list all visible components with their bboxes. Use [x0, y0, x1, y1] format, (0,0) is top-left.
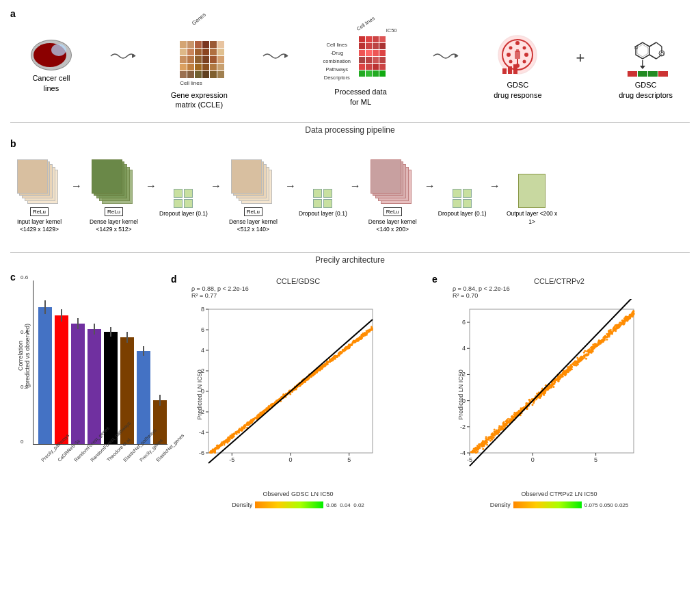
- svg-text:6: 6: [201, 326, 204, 333]
- cancer-cell-lines-item: Cancer cell lines: [27, 40, 75, 93]
- dense-rect-1: [92, 159, 122, 194]
- nn-arrow-2: →: [146, 180, 157, 192]
- svg-point-11: [507, 53, 511, 57]
- svg-point-1431: [585, 358, 587, 360]
- svg-point-1573: [512, 416, 514, 418]
- svg-text:8: 8: [201, 306, 204, 313]
- svg-point-1517: [602, 340, 604, 342]
- dropout-2-caption: Dropout layer (0.1): [299, 210, 347, 218]
- svg-point-1644: [476, 450, 479, 452]
- panel-e-title-container: CCLE/CTRPv2 ρ = 0.84, p < 2.2e-16 R² = 0…: [432, 277, 686, 299]
- dropout-1-block: Dropout layer (0.1): [159, 178, 208, 218]
- svg-marker-20: [637, 44, 648, 57]
- panel-d-title-container: CCLE/GDSC ρ = 0.88, p < 2.2e-16 R² = 0.7…: [171, 277, 425, 299]
- gene-expression-caption: Gene expressionmatrix (CCLE): [171, 90, 228, 110]
- precily-arch-label: Precily architecture: [10, 253, 690, 267]
- svg-point-754: [367, 330, 369, 332]
- dense-layer-3-caption: Dense layer kernel <140 x 200>: [364, 218, 422, 233]
- panel-d-x-label: Observed GDSC LN IC50: [171, 491, 425, 497]
- svg-point-1649: [539, 397, 541, 399]
- panel-a: a Cancer cell lines: [10, 7, 690, 123]
- svg-text:5: 5: [347, 456, 351, 463]
- svg-point-1383: [592, 348, 594, 350]
- panel-e-scatter-container: Predicted LN IC50 -505-4-20246: [432, 299, 686, 491]
- svg-point-1354: [591, 346, 593, 348]
- x-axis-labels: Precily_pathwaysCaDRReS-ScRandomForest_g…: [21, 447, 167, 452]
- svg-point-799: [354, 341, 356, 343]
- panel-d-y-label: Predicted LN IC50: [196, 369, 203, 420]
- svg-text:6: 6: [462, 319, 466, 326]
- panel-d-stats: ρ = 0.88, p < 2.2e-16 R² = 0.77: [171, 285, 425, 299]
- svg-point-766: [338, 354, 340, 356]
- panel-b-content: ReLu Input layer kernel <1429 x 1429> → …: [10, 153, 690, 233]
- bar-chart-wrapper: 0 0.2 0.4 0.6 Precily_pathwaysCaDRReS-Sc…: [21, 281, 167, 452]
- svg-point-1575: [564, 373, 566, 375]
- x-label-5: ElasticNet_pathways: [122, 447, 137, 462]
- panel-c: c Correlation(predicted vs observed) 0 0…: [10, 270, 167, 561]
- x-label-2: RandomForest_genes: [73, 447, 88, 462]
- panel-d-title: CCLE/GDSC: [171, 277, 425, 285]
- svg-point-835: [361, 334, 363, 336]
- svg-text:-6: -6: [199, 449, 204, 456]
- panel-b-label: b: [10, 138, 16, 149]
- svg-point-719: [308, 377, 310, 379]
- svg-point-730: [340, 351, 342, 353]
- svg-point-6: [522, 47, 526, 50]
- svg-point-12: [509, 47, 512, 50]
- svg-text:O: O: [660, 51, 664, 56]
- svg-point-1558: [481, 445, 483, 447]
- svg-point-742: [262, 410, 265, 413]
- output-layer-rect: [518, 174, 546, 208]
- output-layer-caption: Output layer <200 x 1>: [503, 210, 561, 225]
- panels-bottom: c Correlation(predicted vs observed) 0 0…: [10, 267, 690, 561]
- svg-point-814: [272, 403, 274, 405]
- svg-text:4: 4: [462, 345, 466, 352]
- svg-text:0: 0: [531, 456, 535, 463]
- drug-descriptor-icon: O N: [622, 33, 670, 77]
- arrow-1: [109, 49, 137, 63]
- svg-point-683: [236, 433, 238, 435]
- gdsc-svg: [496, 33, 540, 77]
- dense-layer-512-140-block: ReLu Dense layer kernel <512 x 140>: [224, 163, 282, 233]
- svg-point-1528: [623, 322, 625, 324]
- svg-point-1581: [570, 364, 572, 366]
- svg-line-21: [649, 42, 656, 47]
- svg-point-825: [211, 452, 213, 454]
- svg-point-833: [345, 348, 347, 350]
- svg-point-1481: [488, 436, 490, 439]
- proc-left-labels: Cell lines-DrugcombinationPathwaysDescri…: [323, 41, 351, 82]
- arrow-2: [262, 49, 289, 63]
- dense-layer-1-caption: Dense layer kernel <1429 x 512>: [85, 218, 143, 233]
- ytick-0: 0: [21, 439, 23, 445]
- svg-point-1260: [498, 425, 500, 427]
- svg-point-791: [344, 349, 346, 351]
- panel-d-scatter-container: Predicted LN IC50 -505-6-4-202468: [171, 299, 425, 491]
- svg-point-795: [358, 339, 360, 341]
- bar-0: [38, 307, 52, 444]
- panel-d-label: d: [171, 274, 177, 285]
- svg-point-1548: [485, 439, 487, 441]
- svg-point-1429: [502, 423, 504, 426]
- svg-point-1340: [485, 436, 487, 438]
- dense-layer-2-stack: [234, 163, 272, 204]
- genes-label: Genes: [191, 12, 207, 27]
- panel-e-density-legend: Density 0.075 0.050 0.025: [432, 501, 686, 508]
- svg-point-837: [364, 334, 366, 336]
- svg-point-818: [239, 428, 241, 430]
- svg-point-1058: [576, 356, 578, 358]
- svg-point-758: [304, 380, 306, 382]
- svg-point-1647: [632, 313, 634, 315]
- svg-point-827: [265, 407, 267, 409]
- svg-point-1560: [529, 399, 531, 401]
- svg-text:N: N: [634, 45, 638, 50]
- panel-c-label: c: [10, 272, 16, 283]
- svg-point-1632: [578, 361, 580, 363]
- input-layer-block: ReLu Input layer kernel <1429 x 1429>: [10, 163, 68, 233]
- bar-chart-area: Correlation(predicted vs observed) 0 0.2…: [21, 281, 167, 486]
- svg-point-616: [352, 341, 354, 343]
- input-layer-stack: [21, 163, 58, 204]
- svg-point-1355: [482, 448, 484, 450]
- svg-point-1585: [625, 319, 627, 321]
- cell-dish-icon: [31, 40, 72, 70]
- svg-point-792: [301, 383, 304, 385]
